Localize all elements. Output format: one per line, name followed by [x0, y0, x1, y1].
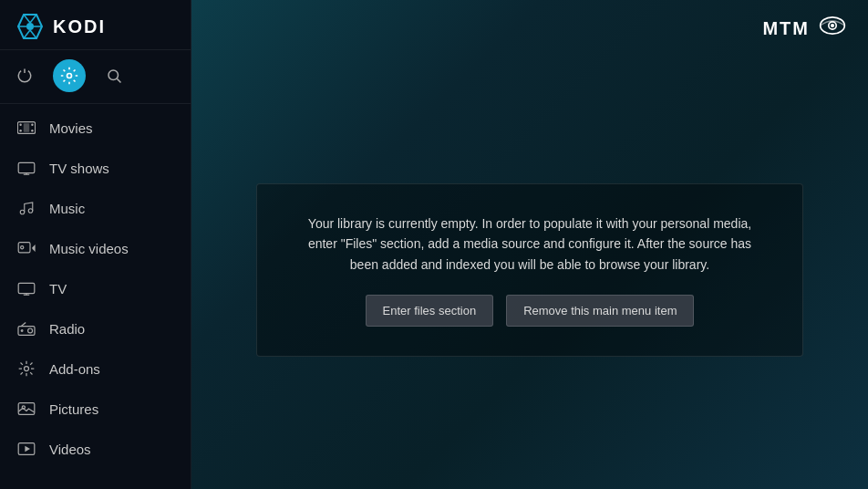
- svg-point-1: [26, 23, 34, 30]
- sidebar-item-music[interactable]: Music: [0, 188, 191, 228]
- add-ons-label: Add-ons: [49, 361, 100, 377]
- music-label: Music: [49, 201, 85, 216]
- sidebar-item-add-ons[interactable]: Add-ons: [0, 349, 191, 389]
- radio-icon: [16, 318, 36, 338]
- svg-line-7: [24, 30, 30, 38]
- header-brand: MTM: [762, 15, 846, 42]
- settings-button[interactable]: [53, 59, 86, 92]
- svg-point-30: [28, 328, 33, 333]
- pictures-icon: [16, 399, 36, 419]
- svg-line-4: [24, 15, 30, 23]
- brand-label: MTM: [762, 18, 810, 39]
- sidebar-item-radio[interactable]: Radio: [0, 308, 191, 349]
- svg-point-13: [19, 130, 21, 131]
- tv-shows-icon: [16, 158, 36, 178]
- videos-icon: [16, 439, 36, 459]
- empty-library-message: Your library is currently empty. In orde…: [294, 213, 766, 275]
- svg-point-12: [19, 124, 21, 126]
- search-icon: [106, 68, 122, 84]
- svg-line-6: [30, 15, 36, 23]
- sidebar-item-videos[interactable]: Videos: [0, 429, 191, 469]
- music-videos-label: Music videos: [49, 241, 129, 256]
- kodi-logo-icon: [16, 13, 44, 40]
- sidebar-item-music-videos[interactable]: Music videos: [0, 228, 191, 268]
- svg-point-8: [67, 74, 72, 78]
- sidebar-menu: Movies TV shows Music Music videos: [0, 104, 191, 489]
- svg-point-20: [20, 210, 25, 214]
- svg-line-10: [117, 78, 120, 82]
- app-title: KODI: [53, 16, 106, 37]
- videos-label: Videos: [49, 442, 91, 457]
- sidebar-item-tv[interactable]: TV: [0, 268, 191, 308]
- remove-menu-item-button[interactable]: Remove this main menu item: [506, 295, 694, 327]
- add-ons-icon: [16, 359, 36, 379]
- main-content: MTM Your library is currently empty. In …: [191, 0, 868, 489]
- empty-library-card: Your library is currently empty. In orde…: [256, 183, 803, 357]
- svg-marker-36: [25, 446, 30, 452]
- svg-point-31: [21, 330, 23, 332]
- search-button[interactable]: [106, 68, 122, 84]
- svg-marker-23: [32, 244, 35, 252]
- svg-line-5: [30, 30, 36, 38]
- tv-label: TV: [49, 281, 67, 297]
- svg-point-9: [108, 70, 119, 80]
- music-icon: [16, 198, 36, 218]
- svg-rect-17: [18, 162, 35, 172]
- main-body: Your library is currently empty. In orde…: [191, 51, 868, 489]
- sidebar: KODI Movies: [0, 0, 191, 489]
- svg-point-14: [31, 124, 33, 126]
- movies-icon: [16, 118, 36, 138]
- svg-rect-16: [24, 123, 29, 132]
- brand-eye-icon: [819, 15, 846, 42]
- svg-rect-33: [18, 403, 35, 415]
- radio-label: Radio: [49, 321, 85, 337]
- music-videos-icon: [16, 238, 36, 258]
- svg-point-24: [21, 246, 24, 249]
- svg-rect-25: [18, 283, 35, 293]
- gear-icon: [60, 67, 78, 85]
- action-buttons: Enter files section Remove this main men…: [294, 295, 766, 327]
- svg-point-15: [31, 130, 33, 131]
- sidebar-item-tv-shows[interactable]: TV shows: [0, 148, 191, 188]
- sidebar-item-movies[interactable]: Movies: [0, 108, 191, 148]
- pictures-label: Pictures: [49, 401, 98, 417]
- power-icon: [16, 68, 33, 84]
- sidebar-toolbar: [0, 50, 191, 104]
- sidebar-header: KODI: [0, 0, 191, 50]
- tv-icon: [16, 278, 36, 298]
- enter-files-button[interactable]: Enter files section: [366, 295, 494, 327]
- svg-point-21: [28, 209, 33, 213]
- svg-point-32: [25, 367, 29, 371]
- tv-shows-label: TV shows: [49, 161, 109, 176]
- main-header: MTM: [191, 0, 868, 51]
- movies-label: Movies: [49, 120, 93, 136]
- svg-point-39: [831, 24, 834, 27]
- power-button[interactable]: [16, 68, 33, 84]
- sidebar-item-pictures[interactable]: Pictures: [0, 389, 191, 429]
